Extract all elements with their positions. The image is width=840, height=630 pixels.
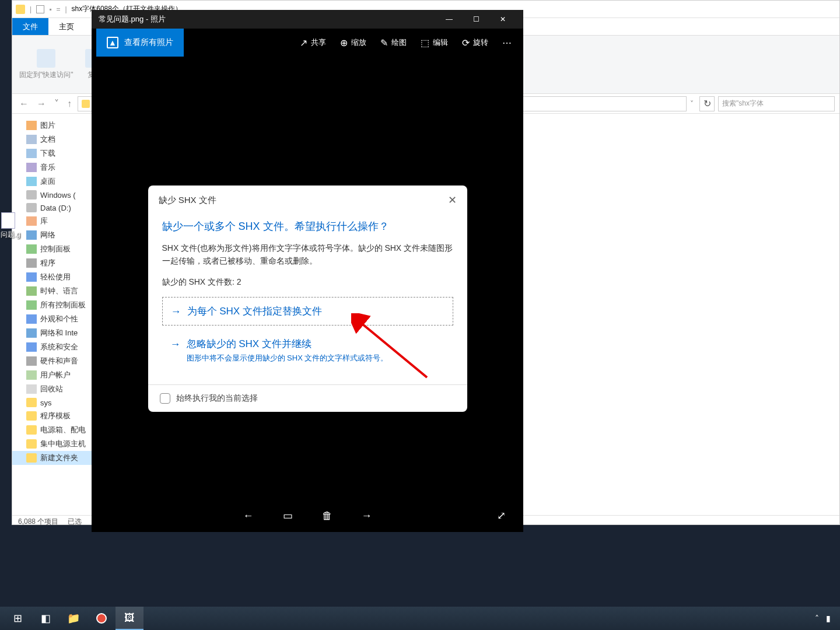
sidebar-item-label: 库 — [40, 216, 48, 226]
draw-icon: ✎ — [380, 37, 388, 48]
folder-icon — [26, 190, 37, 200]
sidebar-item-label: 用户帐户 — [40, 370, 71, 380]
always-label: 始终执行我的当前选择 — [176, 393, 258, 404]
sidebar-item-label: 下载 — [40, 148, 55, 159]
folder-icon — [26, 425, 37, 435]
sidebar-item-label: 程序模板 — [40, 411, 71, 421]
photos-toolbar: ▲ 查看所有照片 ↗共享 ⊕缩放 ✎绘图 ⬚编辑 ⟳旋转 ⋯ — [92, 29, 523, 57]
tray-up-icon[interactable]: ˄ — [815, 614, 819, 623]
folder-icon — [26, 177, 37, 186]
nav-forward-icon[interactable]: → — [34, 96, 48, 111]
view-all-photos-button[interactable]: ▲ 查看所有照片 — [96, 29, 184, 57]
sidebar-item-label: 控制面板 — [40, 244, 71, 254]
sidebar-item-label: 程序 — [40, 258, 55, 268]
folder-icon — [26, 342, 37, 352]
sidebar-item-label: 硬件和声音 — [40, 356, 78, 366]
folder-icon — [26, 135, 37, 144]
folder-icon — [26, 163, 37, 172]
sidebar-item-label: 桌面 — [40, 176, 55, 187]
dialog-description: SHX 文件(也称为形文件)将用作文字字体或符号字体。缺少的 SHX 文件未随图… — [162, 242, 453, 268]
folder-icon — [26, 230, 37, 240]
start-button[interactable]: ⊞ — [4, 607, 32, 630]
folder-icon — [26, 439, 37, 449]
slideshow-button[interactable]: ▭ — [283, 509, 293, 522]
folder-icon — [26, 286, 37, 296]
sidebar-item-label: 音乐 — [40, 162, 55, 173]
rotate-icon: ⟳ — [462, 37, 470, 48]
always-checkbox[interactable] — [160, 393, 170, 404]
record-icon — [96, 613, 107, 624]
share-icon: ↗ — [300, 37, 307, 48]
dialog-close-icon[interactable]: ✕ — [448, 194, 457, 206]
folder-icon — [82, 100, 90, 108]
more-button[interactable]: ⋯ — [495, 33, 519, 53]
dialog-missing-count: 缺少的 SHX 文件数: 2 — [162, 277, 453, 288]
battery-icon[interactable]: ▮ — [826, 614, 831, 623]
task-view-button[interactable]: ◧ — [32, 607, 60, 630]
checkbox-icon[interactable] — [36, 5, 44, 13]
more-icon: ⋯ — [502, 37, 512, 48]
folder-icon — [26, 149, 37, 158]
sidebar-item-label: 网络 — [40, 230, 55, 240]
prev-button[interactable]: ← — [243, 510, 254, 522]
maximize-button[interactable]: ☐ — [463, 10, 489, 29]
pin-icon — [37, 49, 55, 68]
status-selected: 已选 — [68, 517, 82, 527]
rotate-button[interactable]: ⟳旋转 — [455, 33, 495, 53]
option-ignore-continue[interactable]: → 忽略缺少的 SHX 文件并继续 图形中将不会显示使用缺少的 SHX 文件的文… — [162, 330, 453, 370]
next-button[interactable]: → — [362, 510, 372, 522]
folder-icon — [26, 356, 37, 366]
sidebar-item-label: sys — [40, 398, 52, 407]
folder-icon — [26, 384, 37, 394]
delete-button[interactable]: 🗑 — [322, 510, 332, 522]
nav-dropdown-icon[interactable]: ˅ — [52, 96, 61, 111]
zoom-button[interactable]: ⊕缩放 — [333, 33, 373, 53]
status-item-count: 6,088 个项目 — [18, 517, 58, 527]
folder-icon — [26, 121, 37, 130]
sidebar-item-label: 系统和安全 — [40, 342, 78, 352]
fullscreen-button[interactable]: ⤢ — [497, 509, 506, 522]
sidebar-item-label: 文档 — [40, 134, 55, 145]
search-input[interactable]: 搜索"shx字体 — [718, 96, 835, 111]
folder-icon — [26, 370, 37, 380]
tab-home[interactable]: 主页 — [48, 18, 85, 35]
refresh-button[interactable]: ↻ — [699, 96, 715, 111]
taskbar-photos[interactable]: 🖼 — [116, 607, 144, 630]
taskbar-recorder[interactable] — [88, 607, 116, 630]
dialog-title: 缺少 SHX 文件 — [159, 195, 216, 206]
edit-button[interactable]: ⬚编辑 — [414, 33, 455, 53]
zoom-icon: ⊕ — [340, 37, 348, 48]
photos-title: 常见问题.png - 照片 — [99, 14, 436, 24]
sidebar-item-label: 回收站 — [40, 384, 63, 394]
folder-icon — [26, 272, 37, 282]
sidebar-item-label: 轻松使用 — [40, 272, 71, 282]
share-button[interactable]: ↗共享 — [293, 33, 333, 53]
folder-icon — [26, 216, 37, 226]
folder-icon — [26, 258, 37, 268]
sidebar-item-label: Windows ( — [40, 191, 76, 200]
shx-dialog: 缺少 SHX 文件 ✕ 缺少一个或多个 SHX 文件。希望执行什么操作？ SHX… — [148, 186, 467, 412]
option-specify-replacement[interactable]: → 为每个 SHX 文件指定替换文件 — [162, 297, 453, 326]
minimize-button[interactable]: — — [436, 10, 463, 29]
desktop-file-thumb[interactable] — [1, 212, 15, 229]
arrow-right-icon: → — [171, 306, 181, 318]
photos-titlebar: 常见问题.png - 照片 — ☐ ✕ — [92, 10, 523, 29]
folder-icon — [26, 300, 37, 310]
close-button[interactable]: ✕ — [489, 10, 516, 29]
system-tray[interactable]: ˄ ▮ — [809, 614, 836, 623]
edit-icon: ⬚ — [421, 37, 429, 48]
draw-button[interactable]: ✎绘图 — [373, 33, 414, 53]
folder-icon — [26, 244, 37, 254]
desktop-file-label: 问题.g — [0, 230, 22, 240]
nav-up-icon[interactable]: ↑ — [65, 96, 74, 111]
ribbon-pin[interactable]: 固定到"快速访问" — [17, 47, 76, 82]
photos-window: 常见问题.png - 照片 — ☐ ✕ ▲ 查看所有照片 ↗共享 ⊕缩放 ✎绘图… — [92, 10, 523, 532]
sidebar-item-label: 图片 — [40, 120, 55, 131]
sidebar-item-label: Data (D:) — [40, 204, 71, 212]
taskbar-explorer[interactable]: 📁 — [60, 607, 88, 630]
nav-back-icon[interactable]: ← — [17, 96, 31, 111]
tab-file[interactable]: 文件 — [12, 18, 48, 35]
arrow-right-icon: → — [170, 338, 181, 351]
folder-icon — [26, 328, 37, 338]
folder-icon — [26, 203, 37, 212]
